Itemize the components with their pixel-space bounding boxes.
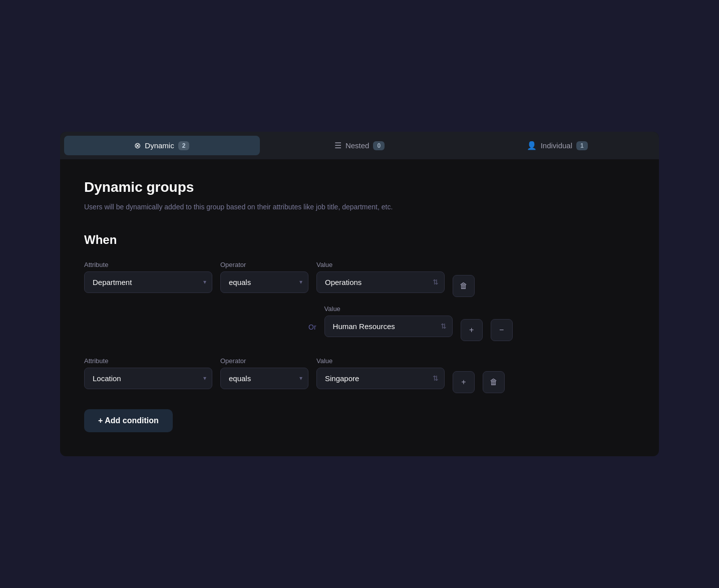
value-1a-select[interactable]: Operations Human Resources Engineering M… [316,271,445,293]
main-container: ⊗ Dynamic 2 ☰ Nested 0 👤 Individual 1 Dy… [60,132,659,456]
trash-2-icon: 🗑 [490,378,498,387]
operator-2-select[interactable]: equals not equals contains starts with [220,368,308,389]
value-2-group: Value Singapore New York London Tokyo Sy… [316,357,445,389]
tab-individual-badge: 1 [576,141,588,150]
tab-nested-label: Nested [345,141,370,150]
value-1b-group: Value Human Resources Operations Enginee… [324,305,453,337]
tab-individual[interactable]: 👤 Individual 1 [459,136,655,155]
add-condition-button[interactable]: + Add condition [84,409,173,432]
operator-2-label: Operator [220,357,308,365]
individual-icon: 👤 [527,141,537,150]
tab-nested-badge: 0 [373,141,385,150]
operator-1-group: Operator equals not equals contains star… [220,261,308,293]
delete-condition-1-button[interactable]: 🗑 [453,275,475,297]
tab-individual-label: Individual [541,141,572,150]
when-section-title: When [84,233,635,247]
condition-1-or-row: Or Value Human Resources Operations Engi… [84,305,635,341]
operator-1-select[interactable]: equals not equals contains starts with [220,271,308,293]
attribute-1-label: Attribute [84,261,212,268]
value-2-select-wrapper: Singapore New York London Tokyo Sydney ⇅ [316,368,445,389]
value-1b-select[interactable]: Human Resources Operations Engineering M… [324,316,453,337]
add-value-2-button[interactable]: + [453,371,475,393]
tab-bar: ⊗ Dynamic 2 ☰ Nested 0 👤 Individual 1 [60,132,659,159]
value-2-select[interactable]: Singapore New York London Tokyo Sydney [316,368,445,389]
attribute-2-group: Attribute Location Department Job Title … [84,357,212,389]
condition-2-block: Attribute Location Department Job Title … [84,357,635,393]
tab-dynamic-label: Dynamic [145,141,174,150]
trash-icon: 🗑 [460,281,468,290]
value-1a-select-wrapper: Operations Human Resources Engineering M… [316,271,445,293]
delete-condition-2-button[interactable]: 🗑 [483,371,505,393]
nested-icon: ☰ [334,141,341,150]
operator-2-group: Operator equals not equals contains star… [220,357,308,389]
dynamic-icon: ⊗ [134,141,141,150]
tab-nested[interactable]: ☰ Nested 0 [262,136,458,155]
value-1a-label: Value [316,261,445,268]
attribute-2-select-wrapper: Location Department Job Title Team Role … [84,368,212,389]
main-content: Dynamic groups Users will be dynamically… [60,159,659,456]
attribute-2-label: Attribute [84,357,212,365]
tab-dynamic[interactable]: ⊗ Dynamic 2 [64,136,260,155]
operator-1-label: Operator [220,261,308,268]
or-label: Or [308,323,316,331]
value-1b-select-wrapper: Human Resources Operations Engineering M… [324,316,453,337]
value-2-label: Value [316,357,445,365]
attribute-2-select[interactable]: Location Department Job Title Team Role [84,368,212,389]
value-1b-label: Value [324,305,453,313]
attribute-1-group: Attribute Department Location Job Title … [84,261,212,293]
remove-value-button[interactable]: − [491,319,513,341]
minus-icon: − [499,326,504,335]
operator-2-select-wrapper: equals not equals contains starts with ▾ [220,368,308,389]
plus-2-icon: + [461,378,466,387]
value-1a-group: Value Operations Human Resources Enginee… [316,261,445,293]
add-condition-label: + Add condition [98,416,159,425]
attribute-1-select-wrapper: Department Location Job Title Team Role … [84,271,212,293]
attribute-1-select[interactable]: Department Location Job Title Team Role [84,271,212,293]
operator-1-select-wrapper: equals not equals contains starts with ▾ [220,271,308,293]
tab-dynamic-badge: 2 [178,141,190,150]
condition-1-row-1: Attribute Department Location Job Title … [84,261,635,297]
condition-1-block: Attribute Department Location Job Title … [84,261,635,341]
condition-2-row: Attribute Location Department Job Title … [84,357,635,393]
plus-icon: + [469,326,474,335]
page-description: Users will be dynamically added to this … [84,201,635,212]
page-title: Dynamic groups [84,179,635,195]
add-value-button[interactable]: + [461,319,483,341]
